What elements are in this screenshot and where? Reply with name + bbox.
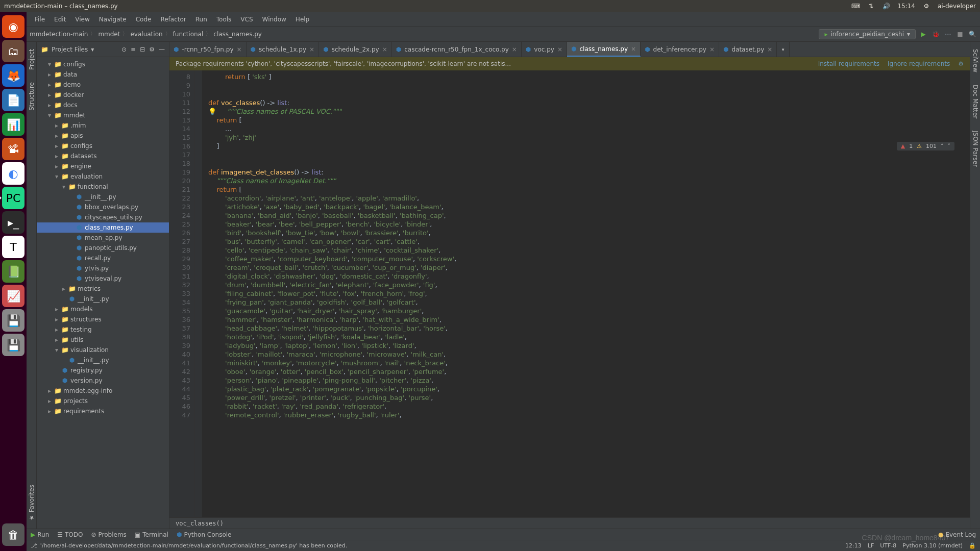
project-tree[interactable]: ▾📁configs▸📁data▸📁demo▸📁docker▸📁docs▾📁mmd…	[37, 57, 169, 529]
launcher-book[interactable]: 📗	[2, 260, 24, 283]
gear-icon[interactable]: ⚙	[922, 2, 930, 10]
line-sep[interactable]: LF	[868, 542, 874, 549]
tree-item[interactable]: ⬢__init__.py	[37, 294, 169, 304]
tool-todo[interactable]: ☰TODO	[57, 531, 83, 538]
tool-jsonparser[interactable]: JSON Parser	[971, 128, 980, 170]
editor-tab[interactable]: ⬢schedule_2x.py×	[319, 42, 392, 57]
clock[interactable]: 15:14	[897, 3, 915, 10]
ignore-requirements-link[interactable]: Ignore requirements	[888, 60, 950, 67]
debug-button[interactable]: 🐞	[931, 30, 940, 39]
menu-window[interactable]: Window	[258, 15, 290, 24]
tree-item[interactable]: ⬢registry.py	[37, 365, 169, 375]
editor-tab[interactable]: ⬢det_inferencer.py×	[641, 42, 719, 57]
locate-icon[interactable]: ⊙	[121, 46, 127, 53]
tree-item[interactable]: ▸📁demo	[37, 80, 169, 90]
close-icon[interactable]: ×	[512, 46, 517, 53]
tool-structure[interactable]: Structure	[27, 79, 36, 114]
menu-code[interactable]: Code	[132, 15, 156, 24]
search-icon[interactable]: 🔍	[968, 30, 977, 39]
breadcrumb[interactable]: mmdetection-main〉mmdet〉evaluation〉functi…	[30, 30, 262, 38]
menu-run[interactable]: Run	[191, 15, 211, 24]
inspection-widget[interactable]: ▲1 ⚠101 ˄ ˅	[897, 142, 954, 151]
tool-run[interactable]: ▶Run	[31, 531, 49, 538]
tree-item[interactable]: ⬢class_names.py	[37, 222, 169, 233]
close-icon[interactable]: ×	[236, 46, 241, 53]
vcs-icon[interactable]: ⎇	[31, 542, 37, 549]
volume-icon[interactable]: 🔊	[882, 2, 890, 10]
expand-icon[interactable]: ≡	[131, 46, 136, 53]
close-icon[interactable]: ×	[767, 46, 772, 53]
tool-terminal[interactable]: ▣Terminal	[135, 531, 168, 538]
launcher-chrome[interactable]: ◐	[2, 162, 24, 185]
project-heading[interactable]: Project Files	[52, 46, 88, 53]
tree-item[interactable]: ▸📁utils	[37, 335, 169, 345]
tabs-dropdown[interactable]: ▾	[777, 42, 789, 57]
keyboard-icon[interactable]: ⌨	[851, 2, 860, 10]
encoding[interactable]: UTF-8	[880, 542, 896, 549]
tree-item[interactable]: ⬢mean_ap.py	[37, 233, 169, 243]
tree-item[interactable]: ⬢cityscapes_utils.py	[37, 212, 169, 222]
tool-project[interactable]: Project	[27, 46, 36, 73]
menu-vcs[interactable]: VCS	[236, 15, 257, 24]
chevron-up-icon[interactable]: ˄	[941, 143, 944, 149]
launcher-dash[interactable]: ◉	[2, 15, 24, 38]
editor-tab[interactable]: ⬢class_names.py×	[567, 42, 641, 57]
tree-item[interactable]: ⬢recall.py	[37, 253, 169, 263]
launcher-trash[interactable]: 🗑	[2, 523, 24, 546]
tree-item[interactable]: ▾📁configs	[37, 59, 169, 69]
tree-item[interactable]: ▾📁visualization	[37, 345, 169, 355]
tree-item[interactable]: ⬢ytvis.py	[37, 263, 169, 273]
lock-icon[interactable]: 🔒	[969, 542, 976, 549]
launcher-text[interactable]: T	[2, 236, 24, 258]
menu-view[interactable]: View	[71, 15, 93, 24]
code-editor[interactable]: ▲1 ⚠101 ˄ ˅ 8910111213141516171819202122…	[169, 70, 970, 517]
run-more-button[interactable]: ⋯	[943, 30, 952, 39]
tree-item[interactable]: ▸📁.mim	[37, 120, 169, 131]
tree-item[interactable]: ⬢__init__.py	[37, 355, 169, 365]
menu-tools[interactable]: Tools	[212, 15, 236, 24]
editor-tab[interactable]: ⬢schedule_1x.py×	[247, 42, 320, 57]
tree-item[interactable]: ▾📁functional	[37, 182, 169, 192]
chevron-down-icon[interactable]: ▾	[91, 46, 94, 53]
editor-tab[interactable]: ⬢dataset.py×	[719, 42, 777, 57]
user-label[interactable]: ai-developer	[938, 3, 976, 10]
menu-help[interactable]: Help	[291, 15, 313, 24]
tree-item[interactable]: ▸📁projects	[37, 396, 169, 406]
launcher-terminal[interactable]: ▸_	[2, 211, 24, 234]
collapse-icon[interactable]: ⊟	[140, 46, 145, 53]
gear-icon[interactable]: ⚙	[149, 46, 155, 53]
tree-item[interactable]: ⬢bbox_overlaps.py	[37, 202, 169, 212]
tree-item[interactable]: ⬢panoptic_utils.py	[37, 243, 169, 253]
close-icon[interactable]: ×	[557, 46, 562, 53]
launcher-impress[interactable]: 📽	[2, 138, 24, 160]
stop-button[interactable]: ■	[955, 30, 965, 39]
editor-breadcrumb[interactable]: voc_classes()	[169, 517, 970, 529]
install-requirements-link[interactable]: Install requirements	[818, 60, 879, 67]
tree-item[interactable]: ▸📁data	[37, 69, 169, 80]
launcher-files[interactable]: 🗂	[2, 40, 24, 62]
tree-item[interactable]: ▸📁structures	[37, 314, 169, 324]
tree-item[interactable]: ⬢ytviseval.py	[37, 273, 169, 284]
tool-favorites[interactable]: ★ Favorites	[27, 482, 36, 524]
tree-item[interactable]: ▸📁models	[37, 304, 169, 314]
run-config-selector[interactable]: ▸ inforence_peidian_ceshi ▾	[819, 29, 916, 39]
tool-docmatter[interactable]: Doc Matter	[971, 82, 980, 121]
launcher-pycharm[interactable]: PC	[2, 187, 24, 209]
tree-item[interactable]: ▸📁apis	[37, 131, 169, 141]
tree-item[interactable]: ▸📁mmdet.egg-info	[37, 386, 169, 396]
tree-item[interactable]: ▸📁metrics	[37, 284, 169, 294]
menu-edit[interactable]: Edit	[50, 15, 70, 24]
tree-item[interactable]: ▸📁docs	[37, 100, 169, 110]
close-icon[interactable]: ×	[309, 46, 314, 53]
tool-sciview[interactable]: SciView	[971, 46, 980, 76]
fold-gutter[interactable]	[195, 70, 202, 517]
tree-item[interactable]: ⬢version.py	[37, 375, 169, 386]
editor-tab[interactable]: ⬢cascade-rcnn_r50_fpn_1x_coco.py×	[392, 42, 522, 57]
menu-navigate[interactable]: Navigate	[95, 15, 131, 24]
tree-item[interactable]: ▾📁mmdet	[37, 110, 169, 120]
gear-icon[interactable]: ⚙	[958, 60, 964, 67]
launcher-calc[interactable]: 📊	[2, 113, 24, 136]
tree-item[interactable]: ▸📁datasets	[37, 151, 169, 161]
hide-icon[interactable]: —	[159, 46, 165, 53]
caret-position[interactable]: 12:13	[845, 542, 862, 549]
